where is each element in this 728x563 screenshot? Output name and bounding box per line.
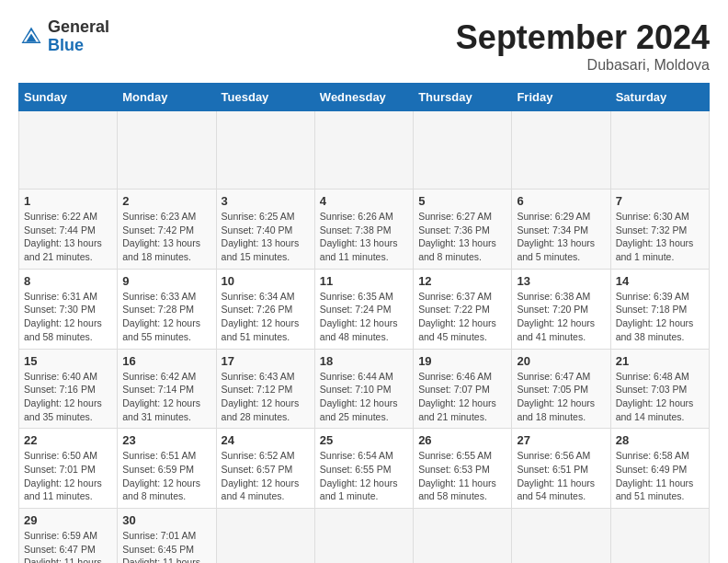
day-info: Sunrise: 6:33 AMSunset: 7:28 PMDaylight:… (122, 290, 210, 344)
col-monday: Monday (118, 84, 216, 111)
day-info: Sunrise: 7:01 AMSunset: 6:45 PMDaylight:… (122, 529, 210, 563)
logo-general: General (48, 18, 109, 37)
day-info: Sunrise: 6:38 AMSunset: 7:20 PMDaylight:… (517, 290, 605, 344)
day-cell: 1Sunrise: 6:22 AMSunset: 7:44 PMDaylight… (19, 190, 118, 270)
day-number: 13 (517, 274, 605, 288)
week-row-0 (19, 111, 710, 190)
day-info: Sunrise: 6:54 AMSunset: 6:55 PMDaylight:… (320, 449, 408, 503)
day-cell: 22Sunrise: 6:50 AMSunset: 7:01 PMDayligh… (19, 429, 118, 509)
day-cell: 9Sunrise: 6:33 AMSunset: 7:28 PMDaylight… (118, 269, 216, 349)
day-number: 24 (222, 433, 310, 447)
day-cell: 27Sunrise: 6:56 AMSunset: 6:51 PMDayligh… (512, 429, 610, 509)
day-number: 14 (616, 274, 704, 288)
day-info: Sunrise: 6:55 AMSunset: 6:53 PMDaylight:… (418, 449, 506, 503)
day-number: 1 (24, 194, 112, 208)
day-info: Sunrise: 6:51 AMSunset: 6:59 PMDaylight:… (122, 449, 210, 503)
day-info: Sunrise: 6:42 AMSunset: 7:14 PMDaylight:… (122, 370, 210, 424)
location: Dubasari, Moldova (456, 57, 710, 74)
day-number: 6 (517, 194, 605, 208)
day-number: 30 (122, 513, 210, 527)
day-cell: 25Sunrise: 6:54 AMSunset: 6:55 PMDayligh… (314, 429, 413, 509)
day-cell (216, 509, 314, 564)
day-number: 20 (517, 354, 605, 368)
day-cell: 11Sunrise: 6:35 AMSunset: 7:24 PMDayligh… (314, 269, 413, 349)
logo-icon (18, 24, 44, 50)
col-friday: Friday (512, 84, 610, 111)
day-cell: 17Sunrise: 6:43 AMSunset: 7:12 PMDayligh… (216, 349, 314, 429)
day-number: 18 (320, 354, 408, 368)
col-sunday: Sunday (19, 84, 118, 111)
day-info: Sunrise: 6:56 AMSunset: 6:51 PMDaylight:… (517, 449, 605, 503)
day-cell: 24Sunrise: 6:52 AMSunset: 6:57 PMDayligh… (216, 429, 314, 509)
day-number: 8 (24, 274, 112, 288)
day-cell: 10Sunrise: 6:34 AMSunset: 7:26 PMDayligh… (216, 269, 314, 349)
logo-text: General Blue (48, 18, 109, 55)
day-info: Sunrise: 6:37 AMSunset: 7:22 PMDaylight:… (418, 290, 506, 344)
day-cell (610, 111, 709, 190)
day-number: 17 (222, 354, 310, 368)
day-number: 15 (24, 354, 112, 368)
day-cell: 21Sunrise: 6:48 AMSunset: 7:03 PMDayligh… (610, 349, 709, 429)
day-cell (512, 111, 610, 190)
day-cell: 26Sunrise: 6:55 AMSunset: 6:53 PMDayligh… (414, 429, 512, 509)
day-info: Sunrise: 6:43 AMSunset: 7:12 PMDaylight:… (222, 370, 310, 424)
day-cell (414, 111, 512, 190)
day-number: 21 (616, 354, 704, 368)
day-number: 29 (24, 513, 112, 527)
day-info: Sunrise: 6:52 AMSunset: 6:57 PMDaylight:… (222, 449, 310, 503)
day-info: Sunrise: 6:31 AMSunset: 7:30 PMDaylight:… (24, 290, 112, 344)
day-cell (314, 509, 413, 564)
day-cell: 20Sunrise: 6:47 AMSunset: 7:05 PMDayligh… (512, 349, 610, 429)
day-info: Sunrise: 6:27 AMSunset: 7:36 PMDaylight:… (418, 210, 506, 264)
day-number: 19 (418, 354, 506, 368)
day-number: 4 (320, 194, 408, 208)
day-info: Sunrise: 6:46 AMSunset: 7:07 PMDaylight:… (418, 370, 506, 424)
col-thursday: Thursday (414, 84, 512, 111)
day-info: Sunrise: 6:26 AMSunset: 7:38 PMDaylight:… (320, 210, 408, 264)
month-title: September 2024 (456, 18, 710, 57)
col-tuesday: Tuesday (216, 84, 314, 111)
day-cell: 3Sunrise: 6:25 AMSunset: 7:40 PMDaylight… (216, 190, 314, 270)
day-cell: 8Sunrise: 6:31 AMSunset: 7:30 PMDaylight… (19, 269, 118, 349)
day-info: Sunrise: 6:59 AMSunset: 6:47 PMDaylight:… (24, 529, 112, 563)
day-cell: 16Sunrise: 6:42 AMSunset: 7:14 PMDayligh… (118, 349, 216, 429)
day-cell: 14Sunrise: 6:39 AMSunset: 7:18 PMDayligh… (610, 269, 709, 349)
day-number: 2 (122, 194, 210, 208)
day-number: 27 (517, 433, 605, 447)
week-row-3: 15Sunrise: 6:40 AMSunset: 7:16 PMDayligh… (19, 349, 710, 429)
calendar-body: 1Sunrise: 6:22 AMSunset: 7:44 PMDaylight… (19, 111, 710, 564)
day-number: 28 (616, 433, 704, 447)
day-cell: 29Sunrise: 6:59 AMSunset: 6:47 PMDayligh… (19, 509, 118, 564)
day-cell: 15Sunrise: 6:40 AMSunset: 7:16 PMDayligh… (19, 349, 118, 429)
day-number: 3 (222, 194, 310, 208)
day-cell (216, 111, 314, 190)
calendar-table: Sunday Monday Tuesday Wednesday Thursday… (18, 83, 710, 563)
day-cell: 18Sunrise: 6:44 AMSunset: 7:10 PMDayligh… (314, 349, 413, 429)
day-cell (610, 509, 709, 564)
day-number: 10 (222, 274, 310, 288)
day-info: Sunrise: 6:48 AMSunset: 7:03 PMDaylight:… (616, 370, 704, 424)
header-row: Sunday Monday Tuesday Wednesday Thursday… (19, 84, 710, 111)
day-info: Sunrise: 6:23 AMSunset: 7:42 PMDaylight:… (122, 210, 210, 264)
col-wednesday: Wednesday (314, 84, 413, 111)
day-info: Sunrise: 6:34 AMSunset: 7:26 PMDaylight:… (222, 290, 310, 344)
day-info: Sunrise: 6:40 AMSunset: 7:16 PMDaylight:… (24, 370, 112, 424)
day-cell (118, 111, 216, 190)
day-cell: 2Sunrise: 6:23 AMSunset: 7:42 PMDaylight… (118, 190, 216, 270)
day-info: Sunrise: 6:44 AMSunset: 7:10 PMDaylight:… (320, 370, 408, 424)
page-header: General Blue September 2024 Dubasari, Mo… (18, 18, 710, 74)
day-number: 7 (616, 194, 704, 208)
week-row-1: 1Sunrise: 6:22 AMSunset: 7:44 PMDaylight… (19, 190, 710, 270)
day-info: Sunrise: 6:39 AMSunset: 7:18 PMDaylight:… (616, 290, 704, 344)
day-info: Sunrise: 6:29 AMSunset: 7:34 PMDaylight:… (517, 210, 605, 264)
week-row-2: 8Sunrise: 6:31 AMSunset: 7:30 PMDaylight… (19, 269, 710, 349)
day-number: 22 (24, 433, 112, 447)
day-cell (512, 509, 610, 564)
day-cell: 30Sunrise: 7:01 AMSunset: 6:45 PMDayligh… (118, 509, 216, 564)
day-number: 25 (320, 433, 408, 447)
day-info: Sunrise: 6:30 AMSunset: 7:32 PMDaylight:… (616, 210, 704, 264)
logo-blue: Blue (48, 37, 109, 55)
day-cell: 4Sunrise: 6:26 AMSunset: 7:38 PMDaylight… (314, 190, 413, 270)
day-info: Sunrise: 6:35 AMSunset: 7:24 PMDaylight:… (320, 290, 408, 344)
day-number: 12 (418, 274, 506, 288)
